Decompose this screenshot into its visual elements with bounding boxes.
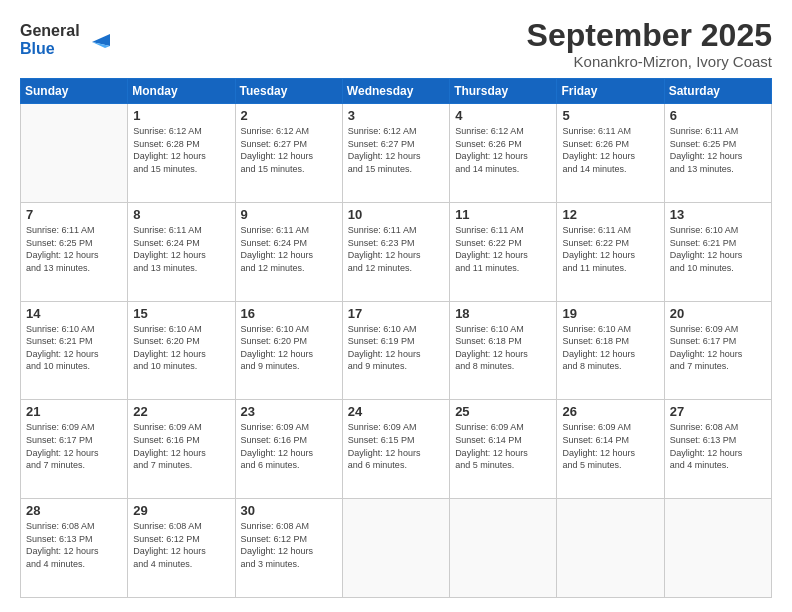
day-number: 6	[670, 108, 766, 123]
calendar-cell: 16Sunrise: 6:10 AM Sunset: 6:20 PM Dayli…	[235, 301, 342, 400]
day-info: Sunrise: 6:11 AM Sunset: 6:24 PM Dayligh…	[241, 224, 337, 274]
day-info: Sunrise: 6:12 AM Sunset: 6:27 PM Dayligh…	[241, 125, 337, 175]
day-info: Sunrise: 6:11 AM Sunset: 6:24 PM Dayligh…	[133, 224, 229, 274]
day-number: 21	[26, 404, 122, 419]
location-title: Konankro-Mizron, Ivory Coast	[527, 53, 772, 70]
calendar-cell: 18Sunrise: 6:10 AM Sunset: 6:18 PM Dayli…	[450, 301, 557, 400]
weekday-header-friday: Friday	[557, 79, 664, 104]
calendar-cell: 4Sunrise: 6:12 AM Sunset: 6:26 PM Daylig…	[450, 104, 557, 203]
weekday-header-tuesday: Tuesday	[235, 79, 342, 104]
day-number: 3	[348, 108, 444, 123]
day-number: 23	[241, 404, 337, 419]
day-number: 20	[670, 306, 766, 321]
calendar-cell: 28Sunrise: 6:08 AM Sunset: 6:13 PM Dayli…	[21, 499, 128, 598]
calendar-cell: 14Sunrise: 6:10 AM Sunset: 6:21 PM Dayli…	[21, 301, 128, 400]
day-number: 22	[133, 404, 229, 419]
calendar-cell: 13Sunrise: 6:10 AM Sunset: 6:21 PM Dayli…	[664, 202, 771, 301]
title-section: September 2025 Konankro-Mizron, Ivory Co…	[527, 18, 772, 70]
day-info: Sunrise: 6:12 AM Sunset: 6:26 PM Dayligh…	[455, 125, 551, 175]
month-title: September 2025	[527, 18, 772, 53]
day-number: 16	[241, 306, 337, 321]
day-info: Sunrise: 6:09 AM Sunset: 6:15 PM Dayligh…	[348, 421, 444, 471]
calendar-cell	[557, 499, 664, 598]
day-info: Sunrise: 6:09 AM Sunset: 6:17 PM Dayligh…	[26, 421, 122, 471]
day-number: 4	[455, 108, 551, 123]
day-info: Sunrise: 6:11 AM Sunset: 6:26 PM Dayligh…	[562, 125, 658, 175]
day-info: Sunrise: 6:08 AM Sunset: 6:13 PM Dayligh…	[670, 421, 766, 471]
weekday-header-sunday: Sunday	[21, 79, 128, 104]
calendar-cell	[21, 104, 128, 203]
calendar-cell: 30Sunrise: 6:08 AM Sunset: 6:12 PM Dayli…	[235, 499, 342, 598]
day-number: 29	[133, 503, 229, 518]
calendar-cell: 19Sunrise: 6:10 AM Sunset: 6:18 PM Dayli…	[557, 301, 664, 400]
day-info: Sunrise: 6:08 AM Sunset: 6:12 PM Dayligh…	[133, 520, 229, 570]
day-info: Sunrise: 6:11 AM Sunset: 6:23 PM Dayligh…	[348, 224, 444, 274]
day-number: 12	[562, 207, 658, 222]
calendar-cell: 12Sunrise: 6:11 AM Sunset: 6:22 PM Dayli…	[557, 202, 664, 301]
day-info: Sunrise: 6:09 AM Sunset: 6:16 PM Dayligh…	[133, 421, 229, 471]
day-number: 18	[455, 306, 551, 321]
calendar-cell: 5Sunrise: 6:11 AM Sunset: 6:26 PM Daylig…	[557, 104, 664, 203]
weekday-header-wednesday: Wednesday	[342, 79, 449, 104]
day-number: 15	[133, 306, 229, 321]
weekday-header-saturday: Saturday	[664, 79, 771, 104]
header: General Blue September 2025 Konankro-Miz…	[20, 18, 772, 70]
day-number: 19	[562, 306, 658, 321]
calendar-cell	[664, 499, 771, 598]
day-number: 25	[455, 404, 551, 419]
calendar-cell: 17Sunrise: 6:10 AM Sunset: 6:19 PM Dayli…	[342, 301, 449, 400]
day-number: 8	[133, 207, 229, 222]
day-info: Sunrise: 6:11 AM Sunset: 6:25 PM Dayligh…	[670, 125, 766, 175]
day-info: Sunrise: 6:10 AM Sunset: 6:18 PM Dayligh…	[562, 323, 658, 373]
calendar-cell	[450, 499, 557, 598]
calendar-cell: 27Sunrise: 6:08 AM Sunset: 6:13 PM Dayli…	[664, 400, 771, 499]
day-number: 26	[562, 404, 658, 419]
page: General Blue September 2025 Konankro-Miz…	[0, 0, 792, 612]
day-info: Sunrise: 6:10 AM Sunset: 6:21 PM Dayligh…	[26, 323, 122, 373]
day-info: Sunrise: 6:09 AM Sunset: 6:14 PM Dayligh…	[455, 421, 551, 471]
day-number: 11	[455, 207, 551, 222]
calendar-cell: 22Sunrise: 6:09 AM Sunset: 6:16 PM Dayli…	[128, 400, 235, 499]
day-info: Sunrise: 6:10 AM Sunset: 6:21 PM Dayligh…	[670, 224, 766, 274]
day-number: 9	[241, 207, 337, 222]
day-info: Sunrise: 6:10 AM Sunset: 6:20 PM Dayligh…	[133, 323, 229, 373]
calendar-cell: 15Sunrise: 6:10 AM Sunset: 6:20 PM Dayli…	[128, 301, 235, 400]
day-number: 10	[348, 207, 444, 222]
day-number: 7	[26, 207, 122, 222]
calendar-cell: 10Sunrise: 6:11 AM Sunset: 6:23 PM Dayli…	[342, 202, 449, 301]
day-info: Sunrise: 6:11 AM Sunset: 6:22 PM Dayligh…	[562, 224, 658, 274]
day-info: Sunrise: 6:08 AM Sunset: 6:13 PM Dayligh…	[26, 520, 122, 570]
calendar-cell: 24Sunrise: 6:09 AM Sunset: 6:15 PM Dayli…	[342, 400, 449, 499]
day-info: Sunrise: 6:10 AM Sunset: 6:19 PM Dayligh…	[348, 323, 444, 373]
day-info: Sunrise: 6:11 AM Sunset: 6:22 PM Dayligh…	[455, 224, 551, 274]
calendar-cell: 23Sunrise: 6:09 AM Sunset: 6:16 PM Dayli…	[235, 400, 342, 499]
day-number: 14	[26, 306, 122, 321]
svg-text:Blue: Blue	[20, 40, 55, 57]
svg-text:General: General	[20, 22, 80, 39]
calendar-cell: 8Sunrise: 6:11 AM Sunset: 6:24 PM Daylig…	[128, 202, 235, 301]
day-number: 2	[241, 108, 337, 123]
calendar-cell: 26Sunrise: 6:09 AM Sunset: 6:14 PM Dayli…	[557, 400, 664, 499]
calendar-cell: 2Sunrise: 6:12 AM Sunset: 6:27 PM Daylig…	[235, 104, 342, 203]
day-info: Sunrise: 6:10 AM Sunset: 6:18 PM Dayligh…	[455, 323, 551, 373]
day-number: 27	[670, 404, 766, 419]
calendar-cell	[342, 499, 449, 598]
day-info: Sunrise: 6:09 AM Sunset: 6:17 PM Dayligh…	[670, 323, 766, 373]
day-number: 5	[562, 108, 658, 123]
calendar-cell: 20Sunrise: 6:09 AM Sunset: 6:17 PM Dayli…	[664, 301, 771, 400]
weekday-header-monday: Monday	[128, 79, 235, 104]
day-info: Sunrise: 6:09 AM Sunset: 6:14 PM Dayligh…	[562, 421, 658, 471]
day-info: Sunrise: 6:08 AM Sunset: 6:12 PM Dayligh…	[241, 520, 337, 570]
calendar-cell: 3Sunrise: 6:12 AM Sunset: 6:27 PM Daylig…	[342, 104, 449, 203]
calendar-cell: 29Sunrise: 6:08 AM Sunset: 6:12 PM Dayli…	[128, 499, 235, 598]
day-number: 17	[348, 306, 444, 321]
day-info: Sunrise: 6:10 AM Sunset: 6:20 PM Dayligh…	[241, 323, 337, 373]
day-info: Sunrise: 6:11 AM Sunset: 6:25 PM Dayligh…	[26, 224, 122, 274]
logo: General Blue	[20, 18, 100, 66]
day-number: 24	[348, 404, 444, 419]
calendar-cell: 6Sunrise: 6:11 AM Sunset: 6:25 PM Daylig…	[664, 104, 771, 203]
day-number: 1	[133, 108, 229, 123]
day-number: 28	[26, 503, 122, 518]
day-info: Sunrise: 6:12 AM Sunset: 6:28 PM Dayligh…	[133, 125, 229, 175]
day-info: Sunrise: 6:12 AM Sunset: 6:27 PM Dayligh…	[348, 125, 444, 175]
